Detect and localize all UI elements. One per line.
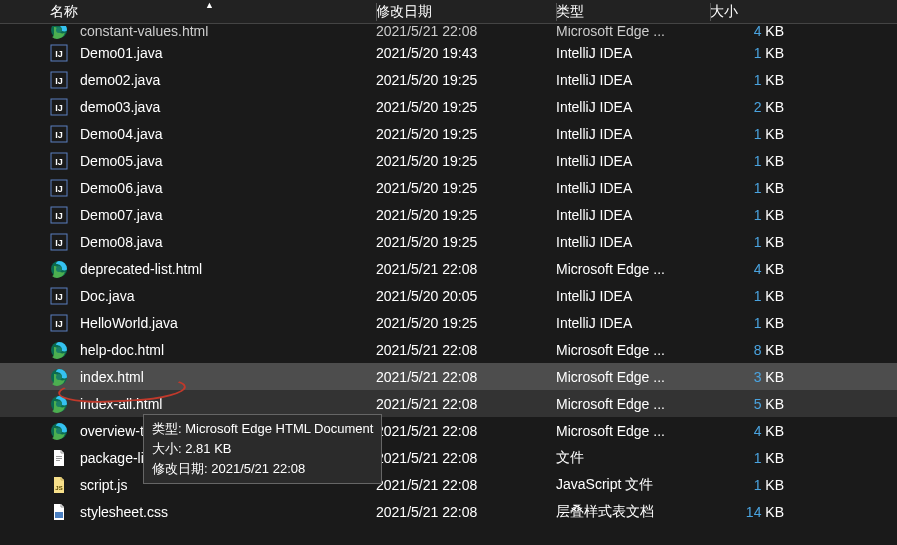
file-date: 2021/5/21 22:08: [376, 423, 556, 439]
intellij-icon: [50, 44, 68, 62]
edge-icon: [50, 422, 68, 440]
file-name: Demo05.java: [80, 153, 376, 169]
js-icon: [50, 476, 68, 494]
file-row[interactable]: Doc.java2021/5/20 20:05IntelliJ IDEA1 KB: [0, 282, 897, 309]
file-size: 1 KB: [714, 450, 784, 466]
sort-ascending-icon: ▲: [205, 0, 214, 10]
file-size: 4 KB: [714, 423, 784, 439]
intellij-icon: [50, 206, 68, 224]
file-row[interactable]: HelloWorld.java2021/5/20 19:25IntelliJ I…: [0, 309, 897, 336]
file-row[interactable]: index-all.html2021/5/21 22:08Microsoft E…: [0, 390, 897, 417]
file-size: 2 KB: [714, 99, 784, 115]
intellij-icon: [50, 71, 68, 89]
file-row[interactable]: Demo07.java2021/5/20 19:25IntelliJ IDEA1…: [0, 201, 897, 228]
tooltip-type-label: 类型:: [152, 421, 185, 436]
file-name: help-doc.html: [80, 342, 376, 358]
file-row[interactable]: demo03.java2021/5/20 19:25IntelliJ IDEA2…: [0, 93, 897, 120]
file-row[interactable]: help-doc.html2021/5/21 22:08Microsoft Ed…: [0, 336, 897, 363]
file-name: demo02.java: [80, 72, 376, 88]
file-size: 1 KB: [714, 477, 784, 493]
file-type: Microsoft Edge ...: [556, 261, 714, 277]
file-date: 2021/5/20 19:25: [376, 207, 556, 223]
file-type: IntelliJ IDEA: [556, 99, 714, 115]
file-size: 1 KB: [714, 288, 784, 304]
file-row[interactable]: stylesheet.css2021/5/21 22:08层叠样式表文档14 K…: [0, 498, 897, 525]
file-row[interactable]: Demo08.java2021/5/20 19:25IntelliJ IDEA1…: [0, 228, 897, 255]
file-date: 2021/5/20 19:25: [376, 126, 556, 142]
file-size: 4 KB: [714, 261, 784, 277]
file-type: IntelliJ IDEA: [556, 72, 714, 88]
file-row[interactable]: Demo06.java2021/5/20 19:25IntelliJ IDEA1…: [0, 174, 897, 201]
file-type: IntelliJ IDEA: [556, 180, 714, 196]
column-header-date[interactable]: 修改日期: [376, 3, 556, 21]
file-date: 2021/5/20 19:43: [376, 45, 556, 61]
intellij-icon: [50, 233, 68, 251]
file-row[interactable]: Demo04.java2021/5/20 19:25IntelliJ IDEA1…: [0, 120, 897, 147]
file-name: Demo08.java: [80, 234, 376, 250]
file-date: 2021/5/21 22:08: [376, 342, 556, 358]
tooltip-date-value: 2021/5/21 22:08: [211, 461, 305, 476]
intellij-icon: [50, 152, 68, 170]
file-type: Microsoft Edge ...: [556, 342, 714, 358]
tooltip-type-value: Microsoft Edge HTML Document: [185, 421, 373, 436]
file-size: 1 KB: [714, 180, 784, 196]
file-date: 2021/5/21 22:08: [376, 261, 556, 277]
file-tooltip: 类型: Microsoft Edge HTML Document 大小: 2.8…: [143, 414, 382, 484]
file-date: 2021/5/21 22:08: [376, 477, 556, 493]
file-type: IntelliJ IDEA: [556, 126, 714, 142]
intellij-icon: [50, 314, 68, 332]
file-list: constant-values.html2021/5/21 22:08Micro…: [0, 24, 897, 525]
file-name: Doc.java: [80, 288, 376, 304]
file-icon: [50, 449, 68, 467]
file-date: 2021/5/20 19:25: [376, 72, 556, 88]
file-name: Demo07.java: [80, 207, 376, 223]
file-size: 4 KB: [714, 26, 784, 39]
file-type: IntelliJ IDEA: [556, 288, 714, 304]
file-row[interactable]: demo02.java2021/5/20 19:25IntelliJ IDEA1…: [0, 66, 897, 93]
file-type: IntelliJ IDEA: [556, 315, 714, 331]
file-size: 1 KB: [714, 126, 784, 142]
file-type: 层叠样式表文档: [556, 503, 714, 521]
file-row[interactable]: Demo01.java2021/5/20 19:43IntelliJ IDEA1…: [0, 39, 897, 66]
file-row[interactable]: Demo05.java2021/5/20 19:25IntelliJ IDEA1…: [0, 147, 897, 174]
file-row[interactable]: package-list2021/5/21 22:08文件1 KB: [0, 444, 897, 471]
intellij-icon: [50, 98, 68, 116]
file-row[interactable]: script.js2021/5/21 22:08JavaScript 文件1 K…: [0, 471, 897, 498]
column-separator[interactable]: [556, 3, 557, 21]
edge-icon: [50, 26, 68, 39]
file-type: IntelliJ IDEA: [556, 207, 714, 223]
file-name: constant-values.html: [80, 26, 376, 39]
file-date: 2021/5/20 19:25: [376, 180, 556, 196]
file-name: index-all.html: [80, 396, 376, 412]
file-row[interactable]: deprecated-list.html2021/5/21 22:08Micro…: [0, 255, 897, 282]
column-header-size[interactable]: 大小: [710, 3, 800, 21]
file-date: 2021/5/21 22:08: [376, 369, 556, 385]
file-size: 1 KB: [714, 153, 784, 169]
file-row[interactable]: constant-values.html2021/5/21 22:08Micro…: [0, 26, 897, 39]
edge-icon: [50, 341, 68, 359]
file-type: Microsoft Edge ...: [556, 26, 714, 39]
file-size: 1 KB: [714, 45, 784, 61]
file-name: deprecated-list.html: [80, 261, 376, 277]
file-row[interactable]: overview-tree.html2021/5/21 22:08Microso…: [0, 417, 897, 444]
file-name: index.html: [80, 369, 376, 385]
column-header-type[interactable]: 类型: [556, 3, 710, 21]
intellij-icon: [50, 287, 68, 305]
file-type: IntelliJ IDEA: [556, 234, 714, 250]
file-date: 2021/5/20 19:25: [376, 153, 556, 169]
css-icon: [50, 503, 68, 521]
file-size: 1 KB: [714, 234, 784, 250]
file-type: IntelliJ IDEA: [556, 45, 714, 61]
file-date: 2021/5/20 20:05: [376, 288, 556, 304]
file-type: 文件: [556, 449, 714, 467]
file-name: HelloWorld.java: [80, 315, 376, 331]
file-size: 14 KB: [714, 504, 784, 520]
file-row[interactable]: index.html2021/5/21 22:08Microsoft Edge …: [0, 363, 897, 390]
edge-icon: [50, 260, 68, 278]
file-type: Microsoft Edge ...: [556, 396, 714, 412]
column-separator[interactable]: [376, 3, 377, 21]
column-separator[interactable]: [710, 3, 711, 21]
edge-icon: [50, 395, 68, 413]
file-name: Demo04.java: [80, 126, 376, 142]
file-size: 1 KB: [714, 207, 784, 223]
